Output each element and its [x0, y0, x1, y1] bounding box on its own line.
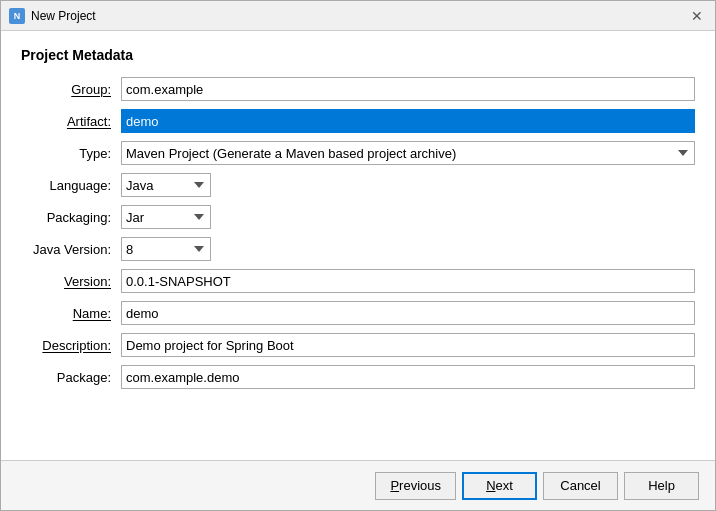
artifact-label: Artifact:: [21, 114, 121, 129]
name-input[interactable]: [121, 301, 695, 325]
language-select[interactable]: Java Kotlin Groovy: [121, 173, 211, 197]
version-input[interactable]: [121, 269, 695, 293]
dialog-icon: N: [9, 8, 25, 24]
packaging-row: Packaging: Jar War: [21, 205, 695, 229]
package-label: Package:: [21, 370, 121, 385]
description-row: Description:: [21, 333, 695, 357]
group-label: Group:: [21, 82, 121, 97]
packaging-label: Packaging:: [21, 210, 121, 225]
name-label: Name:: [21, 306, 121, 321]
artifact-row: Artifact:: [21, 109, 695, 133]
help-button[interactable]: Help: [624, 472, 699, 500]
java-version-label: Java Version:: [21, 242, 121, 257]
packaging-select[interactable]: Jar War: [121, 205, 211, 229]
type-row: Type: Maven Project (Generate a Maven ba…: [21, 141, 695, 165]
section-title: Project Metadata: [21, 47, 695, 63]
version-label: Version:: [21, 274, 121, 289]
language-label: Language:: [21, 178, 121, 193]
language-row: Language: Java Kotlin Groovy: [21, 173, 695, 197]
dialog-footer: Previous Next Cancel Help: [1, 460, 715, 510]
java-version-select[interactable]: 8 11 17: [121, 237, 211, 261]
close-button[interactable]: ✕: [687, 6, 707, 26]
version-row: Version:: [21, 269, 695, 293]
type-select[interactable]: Maven Project (Generate a Maven based pr…: [121, 141, 695, 165]
cancel-button[interactable]: Cancel: [543, 472, 618, 500]
dialog-title: New Project: [31, 9, 681, 23]
artifact-input[interactable]: [121, 109, 695, 133]
name-row: Name:: [21, 301, 695, 325]
group-row: Group:: [21, 77, 695, 101]
group-input[interactable]: [121, 77, 695, 101]
package-input[interactable]: [121, 365, 695, 389]
description-input[interactable]: [121, 333, 695, 357]
description-label: Description:: [21, 338, 121, 353]
type-label: Type:: [21, 146, 121, 161]
new-project-dialog: N New Project ✕ Project Metadata Group: …: [0, 0, 716, 511]
title-bar: N New Project ✕: [1, 1, 715, 31]
java-version-row: Java Version: 8 11 17: [21, 237, 695, 261]
previous-button[interactable]: Previous: [375, 472, 456, 500]
dialog-content: Project Metadata Group: Artifact: Type: …: [1, 31, 715, 460]
package-row: Package:: [21, 365, 695, 389]
next-button[interactable]: Next: [462, 472, 537, 500]
